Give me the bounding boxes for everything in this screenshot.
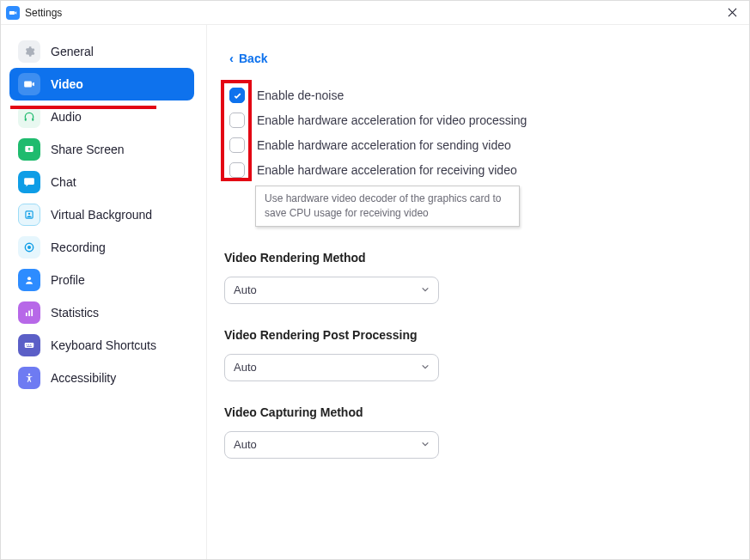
section-title-capturing: Video Capturing Method <box>224 405 723 419</box>
main-content: ‹ Back Enable de-noise Enable hardware a… <box>207 25 749 559</box>
checkbox-label: Enable hardware acceleration for video p… <box>257 113 527 127</box>
select-video-capturing-method[interactable]: Auto <box>224 431 439 459</box>
select-video-rendering-method[interactable]: Auto <box>224 277 439 304</box>
checkbox-row-hw-processing: Enable hardware acceleration for video p… <box>229 113 723 128</box>
select-video-post-processing[interactable]: Auto <box>224 354 439 381</box>
close-button[interactable] <box>720 1 744 25</box>
sidebar-item-label: Statistics <box>51 306 99 320</box>
statistics-icon <box>18 301 40 324</box>
accessibility-icon <box>18 367 40 389</box>
app-icon <box>6 6 20 20</box>
sidebar-item-label: Share Screen <box>51 143 125 156</box>
checkbox-denoise[interactable] <box>229 88 245 103</box>
sidebar-item-label: Video <box>51 77 83 91</box>
back-button[interactable]: ‹ Back <box>229 51 267 65</box>
sidebar: General Video Audio Share Screen Chat <box>1 25 207 559</box>
checkbox-row-hw-sending: Enable hardware acceleration for sending… <box>229 137 723 153</box>
share-screen-icon <box>18 138 40 161</box>
checkbox-label: Enable hardware acceleration for receivi… <box>257 163 517 177</box>
chevron-down-icon <box>421 283 430 296</box>
profile-icon <box>18 269 40 291</box>
svg-rect-0 <box>25 118 27 121</box>
keyboard-icon <box>18 334 40 356</box>
sidebar-item-statistics[interactable]: Statistics <box>9 296 194 329</box>
svg-point-14 <box>30 344 31 345</box>
checkbox-hw-receiving[interactable] <box>229 162 245 178</box>
checkbox-row-denoise: Enable de-noise <box>229 88 723 103</box>
record-icon <box>18 236 40 259</box>
svg-point-12 <box>27 344 27 345</box>
svg-point-16 <box>28 374 30 375</box>
select-value: Auto <box>234 438 257 451</box>
chat-icon <box>18 171 40 193</box>
sidebar-item-recording[interactable]: Recording <box>9 231 194 264</box>
sidebar-item-share-screen[interactable]: Share Screen <box>9 133 194 166</box>
virtual-background-icon <box>18 204 40 226</box>
svg-rect-10 <box>31 309 33 316</box>
sidebar-item-label: Recording <box>51 240 106 254</box>
tooltip: Use hardware video decoder of the graphi… <box>255 186 520 227</box>
sidebar-item-keyboard-shortcuts[interactable]: Keyboard Shortcuts <box>9 329 194 362</box>
chevron-left-icon: ‹ <box>229 51 234 65</box>
section-title-post-processing: Video Rendering Post Processing <box>224 328 723 342</box>
video-icon <box>18 73 40 95</box>
svg-point-13 <box>28 344 29 345</box>
sidebar-item-label: Chat <box>51 175 76 189</box>
checkbox-hw-processing[interactable] <box>229 113 245 128</box>
chevron-down-icon <box>421 361 430 374</box>
container: General Video Audio Share Screen Chat <box>1 25 749 559</box>
sidebar-item-label: Audio <box>51 110 82 124</box>
checkbox-hw-sending[interactable] <box>229 137 245 153</box>
chevron-down-icon <box>421 438 430 451</box>
sidebar-item-label: Accessibility <box>51 371 116 385</box>
close-icon <box>728 8 737 17</box>
back-label: Back <box>239 52 267 65</box>
svg-rect-9 <box>28 311 30 316</box>
checkbox-label: Enable de-noise <box>257 88 344 102</box>
sidebar-item-label: Virtual Background <box>51 208 152 222</box>
sidebar-item-virtual-background[interactable]: Virtual Background <box>9 198 194 231</box>
checkbox-label: Enable hardware acceleration for sending… <box>257 138 511 152</box>
checkbox-group: Enable de-noise Enable hardware accelera… <box>224 88 723 227</box>
section-title-rendering: Video Rendering Method <box>224 251 723 265</box>
sidebar-item-label: Profile <box>51 273 85 287</box>
svg-rect-15 <box>27 346 32 347</box>
svg-point-6 <box>27 246 31 249</box>
svg-point-4 <box>28 213 30 215</box>
checkbox-row-hw-receiving: Enable hardware acceleration for receivi… <box>229 162 723 178</box>
sidebar-item-label: General <box>51 45 94 58</box>
titlebar: Settings <box>1 1 749 25</box>
annotation-red-underline <box>10 106 156 109</box>
svg-point-7 <box>27 277 31 280</box>
sidebar-item-chat[interactable]: Chat <box>9 166 194 198</box>
gear-icon <box>18 40 40 63</box>
sidebar-item-general[interactable]: General <box>9 35 194 68</box>
check-icon <box>233 91 242 100</box>
sidebar-item-video[interactable]: Video <box>9 68 194 100</box>
sidebar-item-label: Keyboard Shortcuts <box>51 338 156 352</box>
sidebar-item-profile[interactable]: Profile <box>9 264 194 296</box>
select-value: Auto <box>234 283 257 296</box>
svg-rect-11 <box>25 343 34 348</box>
window-title: Settings <box>25 7 62 19</box>
svg-rect-1 <box>32 118 34 121</box>
svg-rect-8 <box>26 313 27 316</box>
select-value: Auto <box>234 361 257 374</box>
sidebar-item-accessibility[interactable]: Accessibility <box>9 362 194 394</box>
